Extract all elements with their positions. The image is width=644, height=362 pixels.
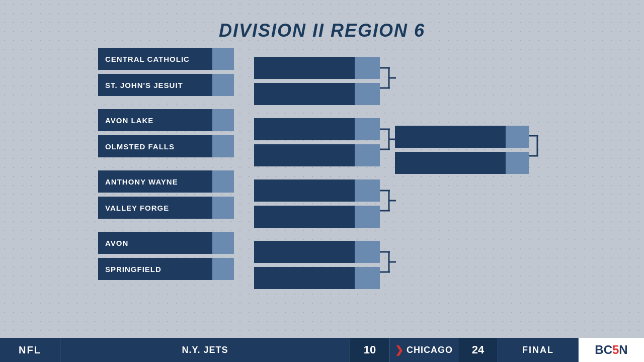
r1-matchup-1 bbox=[254, 57, 380, 105]
team-name-avon: AVON bbox=[98, 232, 214, 254]
team-name-anthony-wayne: ANTHONY WAYNE bbox=[98, 170, 214, 193]
main-background: DIVISION II REGION 6 CENTRAL CATHOLIC ST… bbox=[0, 0, 644, 338]
team-row-8: SPRINGFIELD bbox=[98, 258, 234, 282]
ticker-score1: 10 bbox=[350, 338, 390, 362]
seed-box-3 bbox=[214, 109, 234, 131]
team-row-1: CENTRAL CATHOLIC bbox=[98, 48, 234, 72]
r1-bar-1a-light bbox=[355, 57, 380, 79]
seed-box-4 bbox=[214, 135, 234, 157]
r1-bar-4a-light bbox=[355, 241, 380, 263]
r2-bar-1a bbox=[395, 126, 506, 148]
r1-bar-2a bbox=[254, 118, 355, 140]
r1-bar-3a-light bbox=[355, 179, 380, 202]
team-name-avon-lake: AVON LAKE bbox=[98, 109, 214, 131]
ticker-bar: NFL N.Y. JETS 10 ❯ CHICAGO 24 FINAL BC5N bbox=[0, 338, 644, 362]
teams-column: CENTRAL CATHOLIC ST. JOHN'S JESUIT AVON … bbox=[98, 48, 541, 329]
logo-n2-text: N bbox=[619, 343, 627, 357]
r1-bar-3b-light bbox=[355, 206, 380, 228]
ticker-status: FINAL bbox=[498, 338, 579, 362]
team-name-valley-forge: VALLEY FORGE bbox=[98, 197, 214, 219]
ticker-team2: CHICAGO bbox=[407, 345, 453, 355]
logo-bc-text: BC bbox=[595, 343, 612, 357]
bracket-title: DIVISION II REGION 6 bbox=[0, 0, 644, 41]
ticker-team1: N.Y. JETS bbox=[60, 345, 350, 355]
ticker-team2-area: ❯ CHICAGO bbox=[390, 344, 458, 356]
r1-matchup-3 bbox=[254, 179, 380, 228]
team-name-central-catholic: CENTRAL CATHOLIC bbox=[98, 48, 214, 70]
seed-box-8 bbox=[214, 258, 234, 280]
r2-bar-1b-light bbox=[506, 152, 529, 174]
r1-bar-4a bbox=[254, 241, 355, 263]
ticker-chevron-icon: ❯ bbox=[395, 344, 404, 356]
team-row-3: AVON LAKE bbox=[98, 109, 234, 133]
ticker-score2: 24 bbox=[458, 338, 498, 362]
r1-bar-2b bbox=[254, 144, 355, 166]
r1-bar-1b-light bbox=[355, 83, 380, 105]
seed-box-7 bbox=[214, 232, 234, 254]
r1-bar-2b-light bbox=[355, 144, 380, 166]
r2-bar-1b bbox=[395, 152, 506, 174]
r1-bar-3b bbox=[254, 206, 355, 228]
team-name-olmsted-falls: OLMSTED FALLS bbox=[98, 135, 214, 157]
team-row-2: ST. JOHN'S JESUIT bbox=[98, 74, 234, 98]
seed-box-1 bbox=[214, 48, 234, 70]
ticker-sport: NFL bbox=[0, 338, 60, 362]
r2-bar-1a-light bbox=[506, 126, 529, 148]
r1-bar-2a-light bbox=[355, 118, 380, 140]
r1-bar-4b bbox=[254, 267, 355, 289]
bracket-container: CENTRAL CATHOLIC ST. JOHN'S JESUIT AVON … bbox=[98, 48, 541, 329]
r1-bar-4b-light bbox=[355, 267, 380, 289]
logo-n-text: 5 bbox=[612, 343, 619, 357]
team-name-st-johns: ST. JOHN'S JESUIT bbox=[98, 74, 214, 96]
team-row-5: ANTHONY WAYNE bbox=[98, 170, 234, 195]
ticker-logo: BC5N bbox=[579, 338, 644, 362]
r1-matchup-4 bbox=[254, 241, 380, 289]
r1-bar-1b bbox=[254, 83, 355, 105]
team-row-6: VALLEY FORGE bbox=[98, 197, 234, 221]
seed-box-2 bbox=[214, 74, 234, 96]
r2-matchup-1 bbox=[395, 126, 529, 174]
r1-matchup-2 bbox=[254, 118, 380, 166]
r1-bar-3a bbox=[254, 179, 355, 202]
r1-bar-1a bbox=[254, 57, 355, 79]
seed-box-5 bbox=[214, 170, 234, 193]
seed-box-6 bbox=[214, 197, 234, 219]
team-row-7: AVON bbox=[98, 232, 234, 256]
team-row-4: OLMSTED FALLS bbox=[98, 135, 234, 159]
team-name-springfield: SPRINGFIELD bbox=[98, 258, 214, 280]
